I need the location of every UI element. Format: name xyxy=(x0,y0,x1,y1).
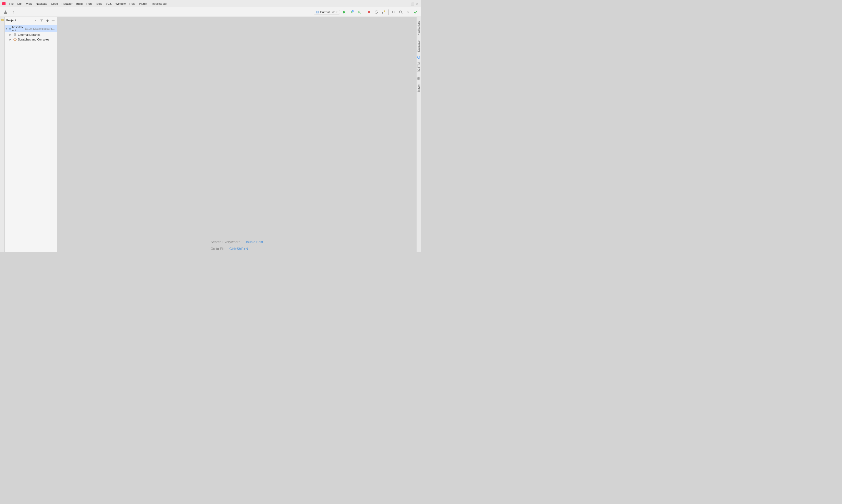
menu-edit[interactable]: Edit xyxy=(16,2,24,6)
project-panel-icon[interactable] xyxy=(0,18,4,22)
svg-rect-18 xyxy=(1,19,4,21)
coverage-icon xyxy=(357,10,361,14)
globe-icon xyxy=(417,55,420,59)
menu-navigate[interactable]: Navigate xyxy=(34,2,49,6)
search-icon xyxy=(399,10,402,14)
menu-run[interactable]: Run xyxy=(85,2,93,6)
svg-point-20 xyxy=(47,20,48,21)
toolbar-actions: B xyxy=(341,9,419,16)
svg-point-17 xyxy=(408,12,409,13)
toolbar-separator-3 xyxy=(388,10,389,15)
svg-marker-7 xyxy=(343,11,346,14)
hint-search-shortcut[interactable]: Double Shift xyxy=(245,240,263,244)
back-button[interactable] xyxy=(10,9,17,16)
back-icon xyxy=(12,10,15,14)
library-icon: L xyxy=(13,33,17,37)
profile-button[interactable] xyxy=(2,9,9,16)
svg-point-2 xyxy=(5,11,6,12)
svg-text:I: I xyxy=(4,2,4,5)
project-panel: Project ▾ — ▶ xyxy=(5,17,57,252)
hammer-icon xyxy=(382,10,386,14)
maven-icon xyxy=(417,77,420,80)
menu-tools[interactable]: Tools xyxy=(94,2,104,6)
stop-button[interactable] xyxy=(365,9,372,16)
svg-rect-21 xyxy=(9,28,11,30)
case-icon: Aa xyxy=(392,11,395,14)
menu-build[interactable]: Build xyxy=(75,2,84,6)
menu-refactor[interactable]: Refactor xyxy=(60,2,74,6)
settings-button[interactable] xyxy=(405,9,412,16)
editor-hints: Search Everywhere Double Shift Go to Fil… xyxy=(211,238,263,252)
menu-code[interactable]: Code xyxy=(50,2,59,6)
menu-plugin[interactable]: Plugin xyxy=(137,2,149,6)
close-button[interactable]: ✕ xyxy=(415,2,419,5)
run-config-selector[interactable]: Current File ▾ xyxy=(313,10,340,15)
toolbar: Current File ▾ B xyxy=(0,7,421,17)
maven-panel-label[interactable]: Maven xyxy=(417,82,421,94)
svg-point-15 xyxy=(399,11,401,13)
debug-button[interactable]: B xyxy=(348,9,355,16)
menu-view[interactable]: View xyxy=(24,2,34,6)
toolbar-separator-2 xyxy=(364,10,364,15)
minimize-button[interactable]: — xyxy=(406,2,409,5)
right-sidebar: Notifications Database RESTful Maven xyxy=(416,17,421,252)
reload-button[interactable] xyxy=(373,9,380,16)
left-icon-strip xyxy=(0,17,5,252)
tree-item-path: D:\DingJiaxiong\IdeaProjects\Shenzho... xyxy=(25,28,55,30)
user-icon xyxy=(3,10,7,14)
svg-rect-13 xyxy=(383,10,385,12)
run-with-coverage-button[interactable] xyxy=(356,9,363,16)
checkmark-icon xyxy=(414,10,417,14)
svg-rect-14 xyxy=(382,12,383,14)
database-panel-label[interactable]: Database xyxy=(417,38,421,54)
app-logo: I xyxy=(2,2,6,5)
hint-search-text: Search Everywhere xyxy=(211,240,240,244)
tree-item-hospital-api[interactable]: ▶ hospital-api D:\DingJiaxiong\IdeaProje… xyxy=(5,25,57,32)
gear-icon xyxy=(406,10,410,14)
menu-bar: File Edit View Navigate Code Refactor Bu… xyxy=(7,2,149,6)
close-panel-button[interactable]: — xyxy=(51,18,55,23)
check-button[interactable] xyxy=(412,9,419,16)
window-title: hospital-api xyxy=(153,2,167,5)
scratches-icon xyxy=(13,38,17,41)
menu-window[interactable]: Window xyxy=(114,2,127,6)
menu-file[interactable]: File xyxy=(7,2,15,6)
build-button[interactable] xyxy=(380,9,387,16)
run-button[interactable] xyxy=(341,9,348,16)
search-everywhere-button[interactable] xyxy=(397,9,404,16)
project-dropdown-arrow[interactable]: ▾ xyxy=(35,19,36,22)
editor-area: Search Everywhere Double Shift Go to Fil… xyxy=(57,17,416,252)
run-icon xyxy=(343,10,346,14)
folder-tree-icon xyxy=(1,18,4,22)
restful-icon[interactable] xyxy=(417,55,421,59)
window-controls: — ⬜ ✕ xyxy=(406,2,419,5)
hint-search: Search Everywhere Double Shift xyxy=(211,238,263,246)
hint-goto-shortcut[interactable]: Ctrl+Shift+N xyxy=(230,247,248,251)
run-config-arrow: ▾ xyxy=(336,11,338,14)
tree-item-label-hospital-api: hospital-api xyxy=(12,25,23,32)
title-bar: I File Edit View Navigate Code Refactor … xyxy=(0,0,421,7)
collapse-all-button[interactable] xyxy=(39,18,44,23)
tree-item-label-ext-lib: External Libraries xyxy=(18,33,40,36)
tree-item-scratches[interactable]: ▶ Scratches and Consoles xyxy=(5,37,57,42)
config-file-icon xyxy=(316,11,319,14)
tree-expand-arrow-3: ▶ xyxy=(10,38,12,41)
hint-goto-text: Go to File xyxy=(211,247,225,251)
panel-settings-button[interactable] xyxy=(45,18,50,23)
menu-vcs[interactable]: VCS xyxy=(104,2,113,6)
maximize-button[interactable]: ⬜ xyxy=(411,2,414,5)
tree-item-external-libraries[interactable]: ▶ L External Libraries xyxy=(5,32,57,37)
reload-icon xyxy=(374,10,378,14)
case-button[interactable]: Aa xyxy=(390,9,397,16)
run-config-label: Current File xyxy=(320,11,335,14)
menu-help[interactable]: Help xyxy=(128,2,137,6)
restful-panel-label[interactable]: RESTful xyxy=(417,60,421,74)
svg-text:L: L xyxy=(15,34,16,36)
collapse-icon xyxy=(40,19,43,22)
close-icon: — xyxy=(52,19,55,22)
notifications-panel-label[interactable]: Notifications xyxy=(417,19,421,37)
svg-marker-11 xyxy=(358,11,360,14)
module-icon xyxy=(9,27,11,31)
maven-icon-wrapper[interactable] xyxy=(417,76,421,81)
main-layout: Project ▾ — ▶ xyxy=(0,17,421,252)
